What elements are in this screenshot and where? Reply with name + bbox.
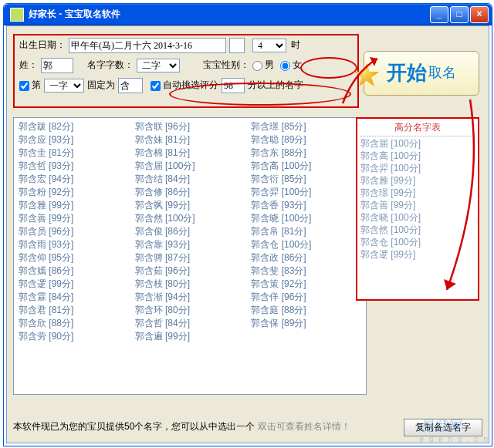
name-item[interactable]: 郭含靠 [93分] xyxy=(135,239,245,252)
copy-button[interactable]: 复制备选名字 xyxy=(404,419,482,436)
name-item[interactable]: 郭含跋 [82分] xyxy=(19,121,129,134)
titlebar: 好家长 - 宝宝取名软件 _ □ × xyxy=(4,4,492,25)
status-message: 本软件现已为您的宝贝提供50个名字，您可以从中选出一个 xyxy=(13,421,255,433)
hour-select[interactable]: 4 xyxy=(252,39,286,52)
name-item[interactable]: 郭含枝 [80分] xyxy=(135,278,245,291)
charcount-select[interactable]: 二字 xyxy=(137,59,180,72)
gender-female-label: 女 xyxy=(293,59,302,72)
autofilter-checkbox[interactable] xyxy=(151,81,161,91)
gender-label: 宝宝性别： xyxy=(203,59,249,72)
name-item[interactable]: 郭含霖 [84分] xyxy=(19,291,129,305)
start-text-1: 开始 xyxy=(387,60,427,86)
autofilter-label: 自动挑选评分 xyxy=(163,79,218,92)
name-item[interactable]: 郭含羿 [100分] xyxy=(251,187,361,200)
name-item[interactable]: 郭含欣 [88分] xyxy=(19,318,129,331)
name-item[interactable]: 郭含应 [93分] xyxy=(19,134,129,147)
name-item[interactable]: 郭含政 [86分] xyxy=(251,252,361,265)
highscore-item[interactable]: 郭含羿 [100分] xyxy=(360,163,475,175)
highscore-item[interactable]: 郭含高 [100分] xyxy=(360,150,475,163)
name-item[interactable]: 郭含保 [89分] xyxy=(251,318,361,331)
surname-label: 姓： xyxy=(19,59,38,72)
name-item[interactable]: 郭含届 [100分] xyxy=(135,160,245,173)
name-item[interactable]: 郭含雨 [93分] xyxy=(19,239,129,252)
autofilter-tail: 分以上的名字 xyxy=(248,79,303,92)
name-item[interactable]: 郭含然 [100分] xyxy=(135,213,245,226)
name-item[interactable]: 郭含帛 [81分] xyxy=(251,226,361,239)
highscore-item[interactable]: 郭含善 [99分] xyxy=(360,200,475,212)
name-item[interactable]: 郭含哲 [93分] xyxy=(19,160,129,173)
name-item[interactable]: 郭含东 [88分] xyxy=(251,147,361,160)
name-item[interactable]: 郭含妹 [81分] xyxy=(135,134,245,147)
highscore-header: 高分名字表 xyxy=(360,120,475,136)
highscore-item[interactable]: 郭含届 [100分] xyxy=(360,138,475,150)
name-item[interactable]: 郭含嫣 [86分] xyxy=(19,265,129,278)
highscore-item[interactable]: 郭含仓 [100分] xyxy=(360,237,475,249)
firstchar-checkbox[interactable] xyxy=(19,81,29,91)
name-item[interactable]: 郭含璟 [85分] xyxy=(251,121,361,134)
name-item[interactable]: 郭含修 [86分] xyxy=(135,187,245,200)
name-item[interactable]: 郭含联 [96分] xyxy=(135,121,245,134)
name-item[interactable]: 郭含遍 [99分] xyxy=(135,331,245,344)
gender-female-radio[interactable] xyxy=(280,61,290,71)
name-item[interactable]: 郭含渐 [94分] xyxy=(135,291,245,305)
name-item[interactable]: 郭含聪 [89分] xyxy=(251,134,361,147)
highscore-item[interactable]: 郭含逻 [99分] xyxy=(360,249,475,261)
hour-unit: 时 xyxy=(291,39,300,52)
name-item[interactable]: 郭含逻 [99分] xyxy=(19,278,129,291)
name-item[interactable]: 郭含环 [80分] xyxy=(135,305,245,318)
name-item[interactable]: 郭含圭 [81分] xyxy=(19,147,129,160)
name-item[interactable]: 郭含策 [92分] xyxy=(251,278,361,291)
minimize-button[interactable]: _ xyxy=(430,6,448,23)
fixed-input[interactable] xyxy=(118,78,143,93)
name-item[interactable]: 郭含雅 [99分] xyxy=(19,200,129,213)
name-item[interactable]: 郭含仓 [100分] xyxy=(251,239,361,252)
name-item[interactable]: 郭含斐 [83分] xyxy=(251,265,361,278)
gender-male-label: 男 xyxy=(265,59,274,72)
app-icon xyxy=(10,8,24,22)
status-hint: 双击可查看姓名详情！ xyxy=(258,421,350,433)
start-button[interactable]: 开始 取名 xyxy=(364,51,479,96)
name-item[interactable]: 郭含衍 [85分] xyxy=(251,173,361,187)
name-item[interactable]: 郭含俊 [86分] xyxy=(135,226,245,239)
highscore-item[interactable]: 郭含雅 [99分] xyxy=(360,175,475,187)
name-item[interactable]: 郭含仰 [95分] xyxy=(19,252,129,265)
highscore-panel: 高分名字表 郭含届 [100分]郭含高 [100分]郭含羿 [100分]郭含雅 … xyxy=(356,117,479,301)
name-item[interactable]: 郭含庭 [88分] xyxy=(251,305,361,318)
name-item[interactable]: 郭含结 [84分] xyxy=(135,173,245,187)
highscore-item[interactable]: 郭含然 [100分] xyxy=(360,224,475,237)
settings-panel: 出生日期： 4 时 姓： 名字字数： 二字 宝宝性别： 男 女 第 一字 固定为 xyxy=(13,34,359,108)
name-item[interactable]: 郭含香 [93分] xyxy=(251,200,361,213)
highscore-item[interactable]: 郭含晓 [100分] xyxy=(360,212,475,224)
surname-input[interactable] xyxy=(41,58,73,73)
name-item[interactable]: 郭含飒 [99分] xyxy=(135,200,245,213)
name-item[interactable]: 郭含晓 [100分] xyxy=(251,213,361,226)
name-item[interactable]: 郭含劳 [90分] xyxy=(19,331,129,344)
name-item[interactable]: 郭含佯 [96分] xyxy=(251,291,361,305)
name-item[interactable]: 郭含茹 [96分] xyxy=(135,265,245,278)
firstchar-label: 第 xyxy=(32,79,41,92)
name-item[interactable]: 郭含骋 [87分] xyxy=(135,252,245,265)
window-title: 好家长 - 宝宝取名软件 xyxy=(29,8,430,21)
status-bar: 本软件现已为您的宝贝提供50个名字，您可以从中选出一个 双击可查看姓名详情！ 复… xyxy=(13,418,482,436)
name-item[interactable]: 郭含宏 [94分] xyxy=(19,173,129,187)
close-button[interactable]: × xyxy=(470,6,489,23)
autofilter-score[interactable] xyxy=(222,78,245,93)
name-item[interactable]: 郭含君 [81分] xyxy=(19,305,129,318)
highscore-item[interactable]: 郭含璟 [99分] xyxy=(360,187,475,200)
birth-label: 出生日期： xyxy=(19,39,66,52)
calendar-button[interactable] xyxy=(229,38,245,53)
name-item[interactable]: 郭含棉 [81分] xyxy=(135,147,245,160)
fixed-label: 固定为 xyxy=(87,79,115,92)
firstchar-select[interactable]: 一字 xyxy=(44,79,84,93)
name-item[interactable]: 郭含粉 [92分] xyxy=(19,187,129,200)
name-item[interactable]: 郭含善 [99分] xyxy=(19,213,129,226)
name-item[interactable]: 郭含员 [96分] xyxy=(19,226,129,239)
start-text-2: 取名 xyxy=(428,64,456,82)
charcount-label: 名字字数： xyxy=(87,59,134,72)
birth-input[interactable] xyxy=(69,38,226,53)
name-item[interactable]: 郭含高 [100分] xyxy=(251,160,361,173)
gender-male-radio[interactable] xyxy=(252,61,262,71)
name-item[interactable]: 郭含哲 [84分] xyxy=(135,318,245,331)
name-list[interactable]: 郭含跋 [82分]郭含应 [93分]郭含圭 [81分]郭含哲 [93分]郭含宏 … xyxy=(13,117,367,395)
maximize-button[interactable]: □ xyxy=(450,6,469,23)
